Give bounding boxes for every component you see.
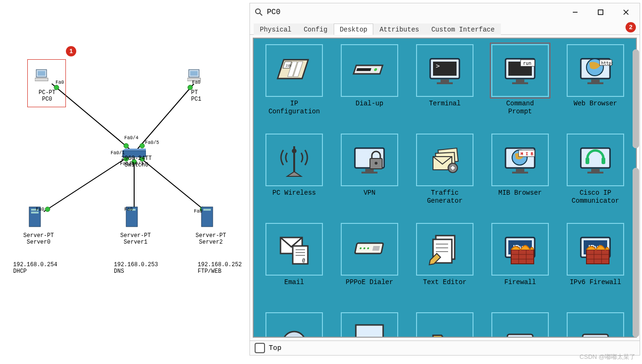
app-r4c3[interactable] xyxy=(407,309,482,337)
app-label: IPv6 Firewall xyxy=(570,278,621,286)
svg-point-10 xyxy=(124,143,128,148)
titlebar: PC0 xyxy=(250,3,640,21)
app-tile-fw6[interactable]: IPv6 xyxy=(567,223,624,276)
app-text[interactable]: Text Editor xyxy=(407,220,482,309)
app-tile-ipcomm[interactable] xyxy=(567,134,624,186)
minimize-button[interactable] xyxy=(564,3,586,21)
app-tile-wifi[interactable] xyxy=(265,134,323,186)
topology-links xyxy=(0,0,249,364)
close-button[interactable] xyxy=(615,3,637,21)
label-server1: Server-PT Server1 xyxy=(112,232,159,245)
app-email[interactable]: @Email xyxy=(257,220,332,309)
svg-rect-50 xyxy=(516,79,524,82)
app-label: PPPoE Dialer xyxy=(346,278,393,286)
marker-1: 1 xyxy=(66,46,76,56)
svg-rect-51 xyxy=(512,82,528,84)
app-tile-vpn[interactable] xyxy=(341,134,398,186)
app-tile-r4c4[interactable] xyxy=(491,312,549,337)
app-r4c4[interactable] xyxy=(482,309,558,337)
app-tile-r4c2[interactable] xyxy=(341,312,398,337)
app-wifi[interactable]: PC Wireless xyxy=(257,131,332,220)
app-traffic[interactable]: Traffic Generator xyxy=(407,131,482,220)
svg-rect-19 xyxy=(190,71,198,76)
app-r4c2[interactable] xyxy=(332,309,407,337)
maximize-button[interactable] xyxy=(590,3,611,21)
app-fw4[interactable]: IPv4Firewall xyxy=(482,220,558,309)
app-r4c1[interactable] xyxy=(257,309,332,337)
app-tile-mib[interactable]: M I B xyxy=(491,134,549,186)
port-pc1-fa0: Fa0 xyxy=(192,80,201,85)
app-label: Text Editor xyxy=(423,278,466,286)
pc-icon xyxy=(35,69,51,82)
app-terminal[interactable]: >Terminal xyxy=(407,41,482,131)
port-sw-fa04: Fa0/4 xyxy=(124,135,138,141)
tab-physical[interactable]: Physical xyxy=(254,24,297,35)
svg-rect-108 xyxy=(511,250,534,264)
app-label: Cisco IP Communicator xyxy=(572,189,619,205)
app-label: VPN xyxy=(363,189,375,197)
svg-text:run: run xyxy=(523,61,531,66)
app-tile-cmd[interactable]: run xyxy=(491,44,549,97)
top-checkbox[interactable] xyxy=(255,343,265,353)
app-ipcfg[interactable]: 106IP Configuration xyxy=(257,41,332,131)
svg-rect-96 xyxy=(372,246,380,251)
scrollbar[interactable] xyxy=(633,49,639,148)
svg-rect-42 xyxy=(356,68,371,71)
app-label: Web Browser xyxy=(574,100,617,108)
app-tile-dialup[interactable] xyxy=(341,44,398,97)
svg-text:>: > xyxy=(436,62,440,70)
label-pc1: PT PC1 xyxy=(191,89,219,103)
svg-rect-84 xyxy=(586,158,589,164)
marker-2: 2 xyxy=(626,22,636,32)
app-label: Terminal xyxy=(429,100,460,108)
app-tile-r4c5[interactable] xyxy=(567,312,624,337)
app-vpn[interactable]: VPN xyxy=(332,131,407,220)
svg-rect-17 xyxy=(35,78,48,81)
scrollbar-thumb[interactable] xyxy=(633,49,639,148)
svg-point-30 xyxy=(256,9,260,14)
port-pc0-fa0: Fa0 xyxy=(56,80,64,85)
svg-rect-77 xyxy=(512,172,528,174)
svg-marker-22 xyxy=(122,149,146,150)
svg-rect-45 xyxy=(441,79,449,82)
app-web[interactable]: http:Web Browser xyxy=(558,41,633,131)
app-tile-traffic[interactable] xyxy=(416,134,473,186)
port-srv2-fa0: Fa0 xyxy=(194,209,202,214)
app-tile-email[interactable]: @ xyxy=(265,223,323,276)
svg-rect-76 xyxy=(516,169,524,172)
app-tile-fw4[interactable]: IPv4 xyxy=(491,223,549,276)
app-r4c5[interactable] xyxy=(558,309,633,337)
svg-rect-125 xyxy=(356,325,383,337)
network-topology: 1 PC-PT PC0 Fa0 PT PC1 Fa0 2960-24TT Swi… xyxy=(0,0,249,364)
tab-config[interactable]: Config xyxy=(297,24,333,35)
scrollbar-thumb[interactable] xyxy=(633,168,639,337)
tab-attributes[interactable]: Attributes xyxy=(373,24,425,35)
app-tile-r4c3[interactable] xyxy=(416,312,473,337)
app-tile-web[interactable]: http: xyxy=(567,44,624,97)
app-pppoe[interactable]: PPPoE Dialer xyxy=(332,220,407,309)
svg-rect-83 xyxy=(587,172,603,174)
app-tile-terminal[interactable]: > xyxy=(416,44,473,97)
tabbar: Physical Config Desktop Attributes Custo… xyxy=(250,21,640,35)
scrollbar-lower[interactable] xyxy=(633,168,639,337)
footer-label: Top xyxy=(269,344,281,352)
app-label: IP Configuration xyxy=(268,100,320,116)
tab-desktop[interactable]: Desktop xyxy=(334,24,374,35)
app-tile-r4c1[interactable] xyxy=(265,312,323,337)
app-label: Email xyxy=(284,278,304,286)
tab-custom[interactable]: Custom Interface xyxy=(425,24,500,35)
app-tile-text[interactable] xyxy=(416,223,473,276)
app-dialup[interactable]: Dial-up xyxy=(332,41,407,131)
svg-rect-33 xyxy=(598,10,603,15)
app-cmd[interactable]: runCommand Prompt xyxy=(482,41,558,131)
app-mib[interactable]: M I BMIB Browser xyxy=(482,131,558,220)
app-tile-pppoe[interactable] xyxy=(341,223,398,276)
app-label: PC Wireless xyxy=(273,189,316,197)
app-fw6[interactable]: IPv6IPv6 Firewall xyxy=(558,220,633,309)
svg-rect-118 xyxy=(586,250,609,264)
app-ipcomm[interactable]: Cisco IP Communicator xyxy=(558,131,633,220)
svg-rect-29 xyxy=(203,209,211,211)
app-tile-ipcfg[interactable]: 106 xyxy=(265,44,323,97)
port-srv1-fa0: Fa0 xyxy=(124,207,133,212)
app-label: Firewall xyxy=(504,278,536,286)
